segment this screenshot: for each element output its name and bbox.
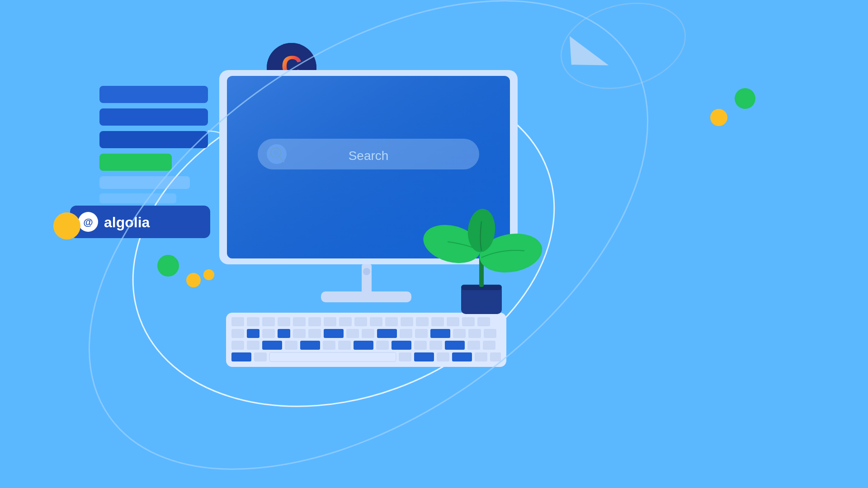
svg-rect-54	[324, 329, 344, 338]
svg-rect-34	[278, 317, 290, 326]
svg-rect-81	[269, 352, 396, 361]
svg-rect-45	[447, 317, 459, 326]
svg-rect-43	[416, 317, 429, 326]
svg-rect-35	[293, 317, 306, 326]
svg-rect-53	[308, 329, 321, 338]
illustration-scene: @ algolia C	[0, 0, 868, 488]
svg-rect-60	[430, 329, 450, 338]
svg-rect-44	[431, 317, 444, 326]
svg-rect-86	[475, 352, 487, 361]
svg-rect-78	[483, 341, 495, 350]
svg-text:algolia: algolia	[104, 214, 150, 230]
svg-rect-68	[300, 341, 320, 350]
svg-rect-33	[262, 317, 275, 326]
svg-point-90	[186, 273, 201, 287]
svg-rect-77	[467, 341, 480, 350]
svg-rect-79	[231, 352, 251, 361]
svg-rect-52	[293, 329, 306, 338]
svg-rect-47	[477, 317, 490, 326]
svg-rect-49	[247, 329, 259, 338]
svg-rect-61	[453, 329, 466, 338]
svg-rect-59	[415, 329, 428, 338]
svg-point-88	[53, 212, 80, 239]
svg-rect-37	[324, 317, 336, 326]
svg-point-25	[273, 150, 278, 155]
svg-text:Search: Search	[349, 149, 389, 163]
svg-rect-5	[99, 86, 208, 103]
svg-rect-62	[468, 329, 481, 338]
svg-rect-51	[278, 329, 290, 338]
svg-rect-74	[414, 341, 427, 350]
svg-point-91	[203, 269, 214, 280]
svg-rect-6	[99, 108, 208, 126]
svg-rect-80	[254, 352, 267, 361]
svg-rect-56	[362, 329, 374, 338]
svg-rect-8	[99, 154, 172, 171]
svg-rect-66	[262, 341, 282, 350]
svg-rect-46	[462, 317, 475, 326]
svg-text:@: @	[83, 216, 93, 228]
svg-rect-76	[445, 341, 465, 350]
svg-rect-38	[339, 317, 352, 326]
svg-rect-39	[354, 317, 367, 326]
svg-point-89	[157, 255, 179, 277]
svg-rect-84	[437, 352, 449, 361]
svg-rect-71	[354, 341, 373, 350]
svg-rect-83	[414, 352, 434, 361]
svg-rect-57	[377, 329, 397, 338]
svg-rect-58	[400, 329, 412, 338]
svg-rect-82	[399, 352, 411, 361]
svg-point-29	[363, 268, 370, 275]
svg-rect-87	[490, 352, 501, 361]
svg-rect-10	[99, 193, 176, 203]
svg-rect-67	[285, 341, 297, 350]
svg-rect-7	[99, 131, 208, 148]
svg-rect-63	[484, 329, 496, 338]
svg-rect-9	[99, 176, 190, 189]
svg-rect-75	[429, 341, 442, 350]
svg-rect-55	[346, 329, 359, 338]
svg-rect-42	[401, 317, 413, 326]
svg-rect-28	[321, 291, 411, 302]
svg-rect-48	[231, 329, 244, 338]
svg-rect-73	[392, 341, 411, 350]
svg-rect-72	[376, 341, 389, 350]
svg-rect-64	[231, 341, 244, 350]
svg-point-93	[735, 88, 755, 109]
svg-rect-85	[452, 352, 472, 361]
svg-rect-50	[262, 329, 275, 338]
svg-rect-31	[231, 317, 244, 326]
svg-point-92	[710, 109, 727, 126]
svg-rect-36	[308, 317, 321, 326]
svg-rect-40	[370, 317, 382, 326]
svg-rect-41	[385, 317, 398, 326]
svg-rect-32	[247, 317, 259, 326]
svg-rect-65	[247, 341, 259, 350]
svg-rect-69	[323, 341, 335, 350]
svg-rect-70	[338, 341, 351, 350]
